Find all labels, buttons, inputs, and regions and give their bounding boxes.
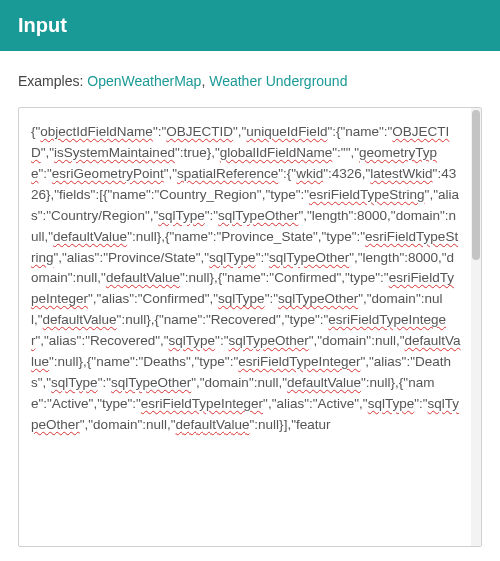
spellcheck-underlined-text: isSystemMaintained xyxy=(54,145,175,160)
spellcheck-underlined-text: uniqueIdField xyxy=(246,124,327,139)
json-text: ":true}," xyxy=(175,145,220,160)
panel-content: Examples: OpenWeatherMap, Weather Underg… xyxy=(0,51,500,559)
json-text: ":" xyxy=(265,291,278,306)
json-text: ":" xyxy=(98,375,111,390)
json-text: ":{"name":" xyxy=(327,124,392,139)
spellcheck-underlined-text: defaultValue xyxy=(43,312,117,327)
json-text: ","domain":null," xyxy=(309,333,405,348)
spellcheck-underlined-text: sqlTypeOther xyxy=(218,208,298,223)
spellcheck-underlined-text: esriGeometryPoint xyxy=(52,166,164,181)
panel-title: Input xyxy=(18,14,67,36)
json-text: ","alias":"Active"," xyxy=(263,396,368,411)
json-text: ":" xyxy=(205,208,218,223)
spellcheck-underlined-text: latestWkid xyxy=(370,166,432,181)
examples-label: Examples: xyxy=(18,73,83,89)
spellcheck-underlined-text: sqlTypeOther xyxy=(269,250,349,265)
json-text: ","alias":"Confirmed"," xyxy=(88,291,218,306)
spellcheck-underlined-text: globalIdFieldName xyxy=(220,145,333,160)
json-text: ":" xyxy=(215,333,228,348)
spellcheck-underlined-text: sqlType xyxy=(169,333,216,348)
spellcheck-underlined-text: sqlTypeOther xyxy=(111,375,191,390)
spellcheck-underlined-text: sqlTypeOther xyxy=(278,291,358,306)
spellcheck-underlined-text: defaultValue xyxy=(106,270,180,285)
spellcheck-underlined-text: sqlType xyxy=(51,375,98,390)
json-text-content[interactable]: {"objectIdFieldName":"OBJECTID","uniqueI… xyxy=(19,108,471,546)
spellcheck-underlined-text: spatialReference xyxy=(177,166,278,181)
json-text: ","domain":null," xyxy=(191,375,287,390)
json-text: ":" xyxy=(39,166,52,181)
spellcheck-underlined-text: esriFieldTypeInteger xyxy=(141,396,263,411)
json-text: "," xyxy=(233,124,246,139)
json-text: ","domain":null," xyxy=(80,417,176,432)
json-text: ":" xyxy=(414,396,427,411)
json-text: ":null},{"name":"Deaths","type":" xyxy=(49,354,238,369)
json-text: ":null},{"name":"Province_State","type":… xyxy=(127,229,365,244)
spellcheck-underlined-text: defaultValue xyxy=(53,229,127,244)
scrollbar-thumb[interactable] xyxy=(472,110,480,260)
spellcheck-underlined-text: esriFieldTypeString xyxy=(309,187,425,202)
json-text: ":4326," xyxy=(323,166,370,181)
spellcheck-underlined-text: defaultValue xyxy=(287,375,361,390)
json-text: ":null},{"name":"Confirmed","type":" xyxy=(180,270,389,285)
example-link-weather-underground[interactable]: Weather Underground xyxy=(209,73,347,89)
panel-header: Input xyxy=(0,0,500,51)
spellcheck-underlined-text: sqlType xyxy=(158,208,205,223)
spellcheck-underlined-text: sqlType xyxy=(209,250,256,265)
spellcheck-underlined-text: sqlType xyxy=(218,291,265,306)
json-text: ":""," xyxy=(332,145,359,160)
json-text: "," xyxy=(164,166,177,181)
json-text: "," xyxy=(41,145,54,160)
spellcheck-underlined-text: wkid xyxy=(296,166,323,181)
spellcheck-underlined-text: OBJECTID xyxy=(166,124,233,139)
json-text: ":null},{"name":"Recovered","type":" xyxy=(117,312,329,327)
json-text: ":" xyxy=(256,250,269,265)
spellcheck-underlined-text: esriFieldTypeInteger xyxy=(238,354,360,369)
example-link-openweathermap[interactable]: OpenWeatherMap xyxy=(87,73,201,89)
separator: , xyxy=(201,73,205,89)
json-text: ":" xyxy=(153,124,166,139)
json-text: ":{" xyxy=(278,166,296,181)
spellcheck-underlined-text: defaultValue xyxy=(176,417,250,432)
spellcheck-underlined-text: sqlType xyxy=(368,396,415,411)
json-input-textarea[interactable]: {"objectIdFieldName":"OBJECTID","uniqueI… xyxy=(18,107,482,547)
json-text: ":null}],"featur xyxy=(250,417,331,432)
examples-line: Examples: OpenWeatherMap, Weather Underg… xyxy=(18,73,482,89)
scrollbar-track[interactable] xyxy=(471,108,481,546)
json-text: {" xyxy=(31,124,40,139)
json-text: ","alias":"Recovered"," xyxy=(36,333,169,348)
spellcheck-underlined-text: objectIdFieldName xyxy=(40,124,153,139)
spellcheck-underlined-text: sqlTypeOther xyxy=(228,333,308,348)
json-text: ","alias":"Province/State"," xyxy=(54,250,210,265)
